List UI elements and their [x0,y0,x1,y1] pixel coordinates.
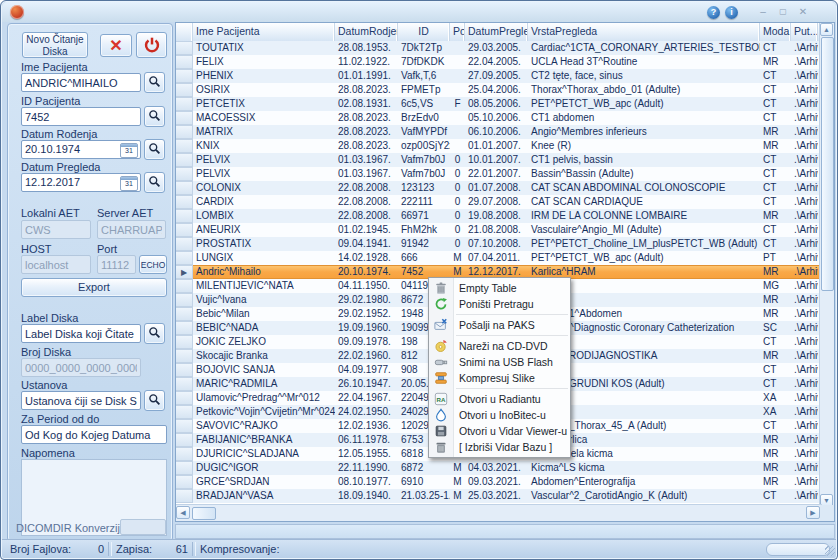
table-row[interactable]: FELIX11.02.1922.7DfDKDK22.04.2005.UCLA H… [176,55,822,69]
echo-button[interactable]: ECHO [139,255,167,274]
context-menu-item[interactable]: Snimi na USB Flash [429,354,570,370]
table-row[interactable]: MATRIX28.08.2023.VafMYPDf06.10.2006.Angi… [176,125,822,139]
cell-put: .\Arhiv [791,41,818,55]
table-row[interactable]: COLONIX22.08.2008.123123001.07.2008.CAT … [176,181,822,195]
context-menu-item[interactable]: Kompresuj Slike [429,370,570,386]
period-input[interactable] [21,425,167,444]
context-menu-item[interactable]: Nareži na CD-DVD [429,338,570,354]
patient-id-search-button[interactable] [144,106,165,127]
table-row[interactable]: PELVIX01.03.1967.Vafm7b0J010.01.2007.CT1… [176,153,822,167]
cell-name: SAVOVIC^RAJKO [193,419,335,433]
column-header-dob[interactable]: DatumRodjenja [335,23,398,41]
disk-label-search-button[interactable] [144,323,165,344]
table-row[interactable]: PELVIX01.03.1967.Vafm7b0J022.01.2007.Bas… [176,167,822,181]
vertical-scrollbar[interactable]: ▲ ▼ [819,23,834,507]
column-header-put[interactable]: Put... [791,23,818,41]
column-header-mod[interactable]: Moda... [760,23,791,41]
patient-id-input[interactable] [21,107,141,126]
context-menu-item[interactable]: Empty Table [429,280,570,296]
calendar-icon[interactable]: 31 [120,176,138,191]
minimize-button[interactable]: – [754,5,772,19]
cell-dob: 29.02.1980. [335,293,398,307]
cell-date: 06.10.2006. [465,125,528,139]
table-row[interactable]: TOUTATIX28.08.1953.7DkT2Tp29.03.2005.Car… [176,41,822,55]
column-header-marker[interactable] [176,23,193,41]
column-header-pol[interactable]: Pol [450,23,465,41]
context-menu-item[interactable]: Otvori u InoBitec-u [429,407,570,423]
table-row[interactable]: PROSTATIX09.04.1941.91942007.10.2008.PET… [176,237,822,251]
close-button[interactable]: ✕ [794,5,812,19]
cell-dob: 18.09.1940. [335,489,398,503]
calendar-icon[interactable]: 31 [120,143,138,158]
institution-input[interactable] [21,391,141,410]
info-button[interactable]: i [725,6,738,19]
cell-name: LUNGIX [193,251,335,265]
table-row[interactable]: LOMBIX22.08.2008.66971019.08.2008.IRM DE… [176,209,822,223]
hscroll-thumb[interactable] [192,507,216,520]
cell-pol [450,125,465,139]
new-disk-read-button[interactable]: Novo Čitanje Diska [22,32,88,58]
horizontal-scrollbar[interactable]: ◀ ▶ [176,504,822,521]
dicomdir-label: DICOMDIR Konverzija [16,522,126,534]
exam-date-search-button[interactable] [144,172,165,193]
column-header-type[interactable]: VrstaPregleda [528,23,760,41]
table-row[interactable]: KNIX28.08.2023.ozp00SjY2xG01.01.2007.Kne… [176,139,822,153]
radiant-icon: RA [434,392,448,406]
resize-grip[interactable] [825,546,835,556]
table-row[interactable]: BRADJAN^VASA18.09.1940.21.03.25-1...M25.… [176,489,822,503]
cell-pol: 0 [450,153,465,167]
context-menu-item[interactable]: [ Izbriši Vidar Bazu ] [429,439,570,455]
cell-dob: 08.10.1977. [335,475,398,489]
column-header-id[interactable]: ID [398,23,450,41]
column-header-date[interactable]: DatumPregleda [465,23,528,41]
cell-id: 123123 [398,181,450,195]
scroll-up-icon[interactable]: ▲ [820,23,833,36]
column-header-name[interactable]: Ime Pacijenta [193,23,335,41]
cell-dob: 04.09.1977. [335,363,398,377]
cell-name: PELVIX [193,153,335,167]
scroll-right-icon[interactable]: ▶ [806,506,820,519]
cd-burn-icon [434,339,448,353]
row-marker [176,139,193,153]
exam-date-input[interactable]: 12.12.2017 31 [21,173,141,192]
context-menu-item[interactable]: Poništi Pretragu [429,296,570,312]
table-row[interactable]: GRCE^SRDJAN08.10.1977.6910M09.03.2021.Ab… [176,475,822,489]
table-row[interactable]: LUNGIX14.02.1928.666M07.04.2011.PET^PETC… [176,251,822,265]
context-menu-item[interactable]: RAOtvori u Radiantu [429,391,570,407]
table-row[interactable]: DUGIC^IGOR22.11.1990.6872M04.03.2021.Kic… [176,461,822,475]
cell-name: GRCE^SRDJAN [193,475,335,489]
table-row[interactable]: MACOESSIX28.08.2023.BrzEdv005.10.2006.CT… [176,111,822,125]
titlebar[interactable]: ? i – ▢ ✕ [2,2,836,22]
table-row[interactable]: CARDIX22.08.2008.222111029.07.2008.CAT S… [176,195,822,209]
power-button[interactable] [136,32,167,58]
birth-date-input[interactable]: 20.10.1974 31 [21,140,141,159]
row-marker [176,433,193,447]
cell-name: PHENIX [193,69,335,83]
cell-dob: 22.02.1960. [335,349,398,363]
search-icon [148,325,161,342]
power-icon [143,40,161,57]
disk-label-input[interactable] [21,324,141,343]
export-button[interactable]: Export [21,278,167,297]
context-menu-item-label: Poništi Pretragu [459,298,534,310]
context-menu-item[interactable]: Otvori u Vidar Viewer-u [429,423,570,439]
maximize-button[interactable]: ▢ [774,5,792,19]
help-button[interactable]: ? [707,6,720,19]
table-row[interactable]: ANEURIX01.02.1945.FhM2hk021.08.2008.Vasc… [176,223,822,237]
scroll-left-icon[interactable]: ◀ [176,506,190,519]
table-row[interactable]: OSIRIX28.08.2023.FPMETp25.04.2006.Thorax… [176,83,822,97]
cell-mod: XA [760,391,791,405]
row-marker [176,55,193,69]
cell-id: VafMYPDf [398,125,450,139]
birth-date-search-button[interactable] [144,139,165,160]
table-row[interactable]: PHENIX01.01.1991.Vafk,T,627.09.2005.CT2 … [176,69,822,83]
patient-name-search-button[interactable] [144,72,165,93]
context-menu-item[interactable]: Pošalji na PAKS [429,317,570,333]
patient-name-input[interactable] [21,73,141,92]
cell-pol: M [450,251,465,265]
institution-search-button[interactable] [144,390,165,411]
table-row[interactable]: PETCETIX02.08.1931.6c5,VSF08.05.2006.PET… [176,97,822,111]
vscroll-thumb[interactable] [821,37,834,291]
cancel-button[interactable]: ✕ [100,34,132,57]
cell-id: 6872 [398,461,450,475]
